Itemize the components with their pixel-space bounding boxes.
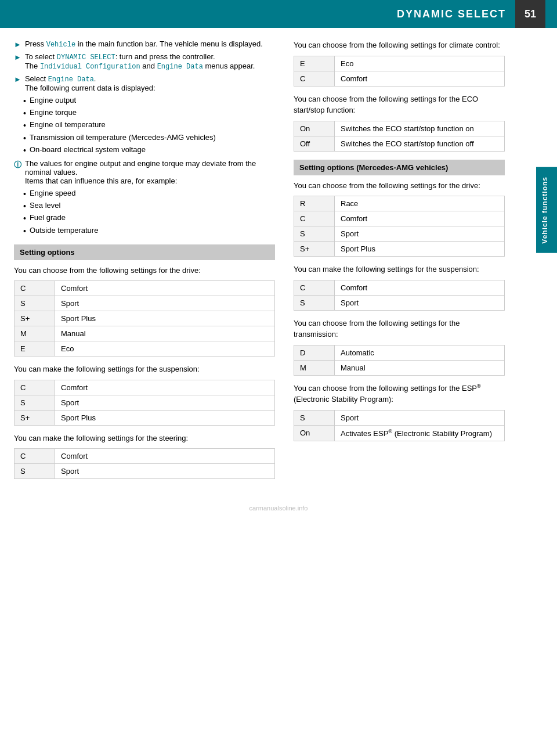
- table-cell-value: Eco: [335, 56, 505, 71]
- suspension-intro: You can make the following settings for …: [14, 363, 275, 375]
- table-cell-key: S+: [294, 242, 335, 257]
- table-cell-value: Sport: [335, 410, 505, 425]
- amg-transmission-table: DAutomatic MManual: [294, 345, 505, 376]
- table-cell-value: Comfort: [335, 71, 505, 86]
- table-row: CComfort: [294, 71, 505, 86]
- table-cell-value: Comfort: [55, 449, 275, 464]
- amg-transmission-intro: You can choose from the following settin…: [294, 318, 505, 340]
- header-title: DYNAMIC SELECT: [253, 8, 506, 20]
- dot-icon: •: [23, 226, 26, 236]
- table-row: DAutomatic: [294, 345, 505, 360]
- table-cell-value: Manual: [335, 360, 505, 375]
- table-cell-key: S: [294, 295, 335, 310]
- steering-table: CComfort SSport: [14, 448, 275, 479]
- steering-intro: You can make the following settings for …: [14, 433, 275, 444]
- content-wrapper: ► Press Vehicle in the main function bar…: [0, 28, 557, 498]
- side-tab: Vehicle functions: [536, 167, 557, 253]
- table-row: CComfort: [294, 211, 505, 226]
- table-cell-key: S: [15, 296, 55, 311]
- page-number: 51: [515, 0, 545, 28]
- header-bar: DYNAMIC SELECT 51: [0, 0, 557, 28]
- table-row: CComfort: [15, 449, 275, 464]
- table-cell-key: S: [15, 464, 55, 479]
- info-sub-bullets-list: •Engine speed •Sea level •Fuel grade •Ou…: [23, 189, 275, 236]
- table-row: CComfort: [294, 280, 505, 295]
- table-cell-key: S: [15, 395, 55, 410]
- drive-table: CComfort SSport S+Sport Plus MManual EEc…: [14, 280, 275, 357]
- table-cell-key: S+: [15, 410, 55, 425]
- table-cell-value: Sport: [55, 395, 275, 410]
- table-cell-key: S: [294, 410, 335, 425]
- table-cell-key: S: [294, 226, 335, 242]
- table-row: CComfort: [15, 281, 275, 296]
- dot-icon: •: [23, 96, 26, 106]
- dot-icon: •: [23, 108, 26, 118]
- arrow-icon-2: ►: [14, 53, 21, 62]
- table-cell-value: Sport: [335, 226, 505, 242]
- table-cell-value: Activates ESP® (Electronic Stability Pro…: [335, 425, 505, 441]
- table-cell-key: C: [294, 71, 335, 86]
- sub-bullet-item: •Fuel grade: [23, 213, 275, 224]
- arrow-icon-3: ►: [14, 75, 21, 84]
- table-row: SSport: [294, 295, 505, 310]
- table-cell-value: Switches the ECO start/stop function off: [335, 136, 505, 151]
- dot-icon: •: [23, 133, 26, 143]
- sub-bullet-item: •Sea level: [23, 201, 275, 211]
- amg-suspension-table: CComfort SSport: [294, 280, 505, 311]
- table-row: SSport: [15, 395, 275, 410]
- table-row: OnActivates ESP® (Electronic Stability P…: [294, 425, 505, 441]
- sub-bullet-item: •Outside temperature: [23, 226, 275, 236]
- dot-icon: •: [23, 213, 26, 224]
- table-row: SSport: [15, 464, 275, 479]
- bullet-item-1: ► Press Vehicle in the main function bar…: [14, 39, 275, 49]
- table-cell-value: Race: [335, 196, 505, 211]
- table-cell-key: M: [15, 326, 55, 341]
- sub-bullet-item: •Transmission oil temperature (Mercedes-…: [23, 133, 275, 143]
- info-block: ⓘ The values for engine output and engin…: [14, 159, 275, 185]
- setting-options-heading: Setting options: [14, 244, 275, 260]
- table-cell-key: On: [294, 425, 335, 441]
- dot-icon: •: [23, 201, 26, 211]
- table-row: OffSwitches the ECO start/stop function …: [294, 136, 505, 151]
- bullet-text-1: Press Vehicle in the main function bar. …: [25, 39, 263, 49]
- table-row: MManual: [294, 360, 505, 375]
- eco-intro: You can choose from the following settin…: [294, 93, 505, 116]
- dot-icon: •: [23, 120, 26, 131]
- table-cell-value: Sport: [335, 295, 505, 310]
- table-row: MManual: [15, 326, 275, 341]
- climate-table: EEco CComfort: [294, 56, 505, 87]
- amg-drive-table: RRace CComfort SSport S+Sport Plus: [294, 196, 505, 257]
- table-row: S+Sport Plus: [15, 410, 275, 425]
- dot-icon: •: [23, 145, 26, 156]
- sub-bullet-item: •Engine torque: [23, 108, 275, 118]
- table-cell-key: S+: [15, 311, 55, 326]
- amg-drive-intro: You can choose from the following settin…: [294, 180, 505, 192]
- amg-suspension-intro: You can make the following settings for …: [294, 264, 505, 275]
- table-row: EEco: [294, 56, 505, 71]
- table-cell-key: C: [15, 281, 55, 296]
- table-cell-value: Comfort: [55, 380, 275, 395]
- watermark: carmanualsoline.info: [249, 505, 308, 512]
- table-row: S+Sport Plus: [15, 311, 275, 326]
- table-cell-value: Manual: [55, 326, 275, 341]
- table-cell-key: M: [294, 360, 335, 375]
- table-cell-key: C: [294, 211, 335, 226]
- right-column: You can choose from the following settin…: [284, 39, 534, 486]
- bullet-text-3: Select Engine Data.The following current…: [25, 74, 155, 92]
- table-row: CComfort: [15, 380, 275, 395]
- table-cell-value: Comfort: [55, 281, 275, 296]
- table-cell-value: Switches the ECO start/stop function on: [335, 121, 505, 136]
- table-cell-key: E: [294, 56, 335, 71]
- info-icon: ⓘ: [14, 160, 21, 170]
- bullet-text-2: To select DYNAMIC SELECT: turn and press…: [25, 52, 255, 71]
- table-row: EEco: [15, 341, 275, 357]
- table-cell-key: R: [294, 196, 335, 211]
- climate-intro: You can choose from the following settin…: [294, 39, 505, 51]
- amg-esp-table: SSport OnActivates ESP® (Electronic Stab…: [294, 410, 505, 441]
- table-cell-key: E: [15, 341, 55, 357]
- bullet-item-2: ► To select DYNAMIC SELECT: turn and pre…: [14, 52, 275, 71]
- sub-bullets-list: •Engine output •Engine torque •Engine oi…: [23, 96, 275, 156]
- table-row: SSport: [294, 410, 505, 425]
- suspension-table: CComfort SSport S+Sport Plus: [14, 380, 275, 426]
- table-cell-key: C: [15, 449, 55, 464]
